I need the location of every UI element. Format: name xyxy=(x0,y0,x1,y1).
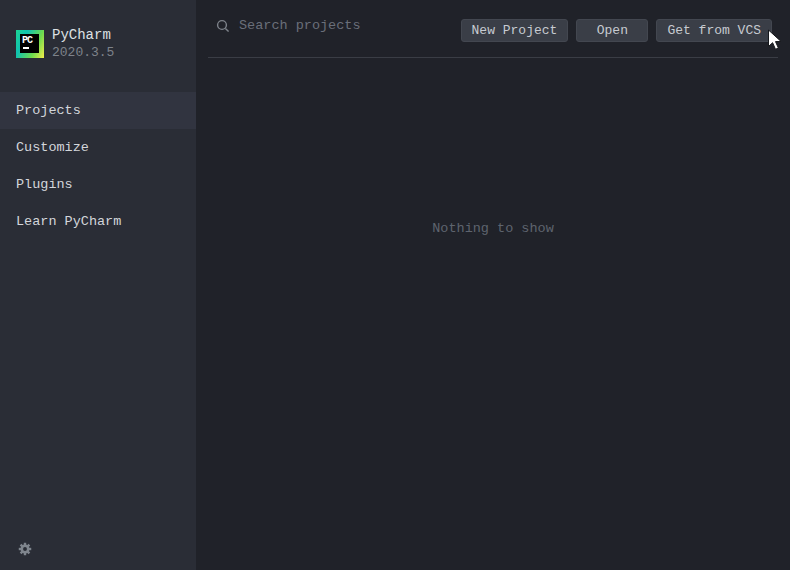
gear-icon xyxy=(17,541,33,557)
app-version: 2020.3.5 xyxy=(52,46,114,60)
empty-state-message: Nothing to show xyxy=(196,221,790,236)
sidebar-item-plugins[interactable]: Plugins xyxy=(0,166,196,203)
header-separator xyxy=(208,57,778,58)
search-input[interactable] xyxy=(239,18,449,33)
welcome-window: PC PyCharm 2020.3.5 Projects Customize P… xyxy=(0,0,790,570)
sidebar-item-label: Learn PyCharm xyxy=(16,214,121,229)
search-field[interactable] xyxy=(216,18,449,33)
sidebar-item-label: Projects xyxy=(16,103,81,118)
pycharm-logo-text: PC xyxy=(22,35,32,46)
app-meta: PyCharm 2020.3.5 xyxy=(52,28,114,60)
open-button[interactable]: Open xyxy=(576,19,648,42)
app-title: PyCharm xyxy=(52,28,114,43)
mouse-arrow-cursor xyxy=(767,29,787,51)
sidebar-nav: Projects Customize Plugins Learn PyCharm xyxy=(0,92,196,240)
app-logo-row: PC PyCharm 2020.3.5 xyxy=(16,28,114,60)
sidebar-item-customize[interactable]: Customize xyxy=(0,129,196,166)
get-from-vcs-button[interactable]: Get from VCS xyxy=(656,19,772,42)
new-project-button-label: New Project xyxy=(472,23,558,38)
get-from-vcs-button-label: Get from VCS xyxy=(667,23,761,38)
settings-button[interactable] xyxy=(17,541,33,557)
header: New Project Open Get from VCS xyxy=(196,0,790,58)
sidebar-item-projects[interactable]: Projects xyxy=(0,92,196,129)
header-buttons: New Project Open Get from VCS xyxy=(461,19,772,42)
new-project-button[interactable]: New Project xyxy=(461,19,569,42)
pycharm-logo-inner: PC xyxy=(20,34,39,53)
sidebar-item-label: Customize xyxy=(16,140,89,155)
pycharm-logo-dash xyxy=(23,47,29,49)
sidebar: PC PyCharm 2020.3.5 Projects Customize P… xyxy=(0,0,196,570)
open-button-label: Open xyxy=(597,23,628,38)
search-icon xyxy=(216,19,230,33)
sidebar-item-label: Plugins xyxy=(16,177,73,192)
sidebar-item-learn-pycharm[interactable]: Learn PyCharm xyxy=(0,203,196,240)
pycharm-logo-icon: PC xyxy=(16,30,44,58)
main-area: New Project Open Get from VCS Nothing to… xyxy=(196,0,790,570)
